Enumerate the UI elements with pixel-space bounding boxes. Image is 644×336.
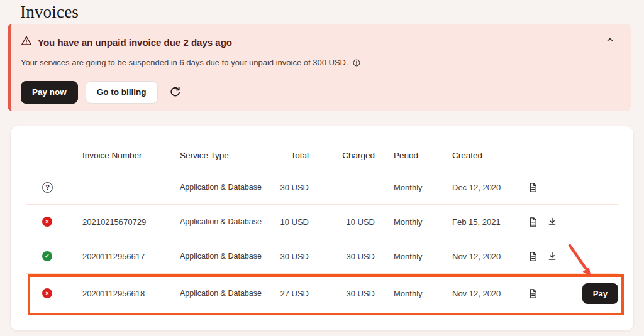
header-invoice-number: Invoice Number <box>82 151 180 160</box>
info-icon[interactable] <box>352 58 361 67</box>
period-cell: Monthly <box>375 183 441 192</box>
status-cell: × <box>26 217 82 227</box>
pay-now-button[interactable]: Pay now <box>21 81 78 104</box>
table-row: ? Application & Database 30 USD Monthly … <box>26 170 618 205</box>
total-cell: 10 USD <box>268 217 309 227</box>
total-cell: 27 USD <box>268 289 309 298</box>
alert-header: You have an unpaid invoice due 2 days ag… <box>21 35 616 49</box>
status-cell: ? <box>26 182 82 193</box>
chevron-up-icon <box>606 36 614 46</box>
refresh-icon <box>169 90 181 100</box>
created-cell: Nov 12, 2020 <box>441 252 516 261</box>
status-cell: × <box>26 288 82 298</box>
warning-triangle-icon <box>21 35 32 49</box>
pay-button[interactable]: Pay <box>582 283 618 304</box>
header-service-type: Service Type <box>180 151 268 160</box>
download-icon[interactable] <box>547 217 557 227</box>
header-period: Period <box>375 151 441 160</box>
invoice-number-cell: 20201112956617 <box>82 252 180 261</box>
row-icons <box>516 182 567 193</box>
page-title: Invoices <box>20 3 79 22</box>
charged-cell: 30 USD <box>309 252 375 261</box>
charged-cell: 10 USD <box>309 217 375 227</box>
document-icon[interactable] <box>528 182 538 193</box>
row-icons <box>516 251 567 262</box>
row-action: Pay <box>567 283 618 304</box>
alert-actions: Pay now Go to billing <box>21 81 616 104</box>
created-cell: Dec 12, 2020 <box>441 183 516 192</box>
table-row: ✓ 20201112956617 Application & Database … <box>26 239 618 274</box>
status-icon: ✓ <box>42 251 52 261</box>
service-type-cell: Application & Database <box>180 289 268 298</box>
row-icons <box>516 217 567 227</box>
status-icon: × <box>42 217 52 227</box>
unpaid-invoice-alert: You have an unpaid invoice due 2 days ag… <box>8 24 631 111</box>
invoices-table-card: Invoice Number Service Type Total Charge… <box>10 126 634 331</box>
invoice-number-cell: 20210215670729 <box>82 217 180 227</box>
header-created: Created <box>441 151 516 160</box>
service-type-cell: Application & Database <box>180 183 268 192</box>
document-icon[interactable] <box>528 217 538 227</box>
period-cell: Monthly <box>375 289 441 298</box>
table-header: Invoice Number Service Type Total Charge… <box>26 126 618 170</box>
period-cell: Monthly <box>375 252 441 261</box>
period-cell: Monthly <box>375 217 441 227</box>
total-cell: 30 USD <box>268 252 309 261</box>
collapse-alert-button[interactable] <box>603 33 617 46</box>
document-icon[interactable] <box>528 288 538 299</box>
status-icon: ? <box>42 182 53 193</box>
row-icons <box>516 288 567 299</box>
header-total: Total <box>268 151 309 160</box>
service-type-cell: Application & Database <box>180 252 268 261</box>
alert-message: Your services are going to be suspended … <box>21 58 616 67</box>
created-cell: Nov 12, 2020 <box>441 289 516 298</box>
invoices-page: Invoices You have an unpaid invoice due … <box>0 0 644 336</box>
alert-message-text: Your services are going to be suspended … <box>21 58 348 67</box>
table-body: ? Application & Database 30 USD Monthly … <box>26 170 618 313</box>
download-icon[interactable] <box>547 251 557 261</box>
created-cell: Feb 15, 2021 <box>441 217 516 227</box>
status-icon: × <box>42 288 52 298</box>
status-cell: ✓ <box>26 251 82 261</box>
charged-cell: 30 USD <box>309 289 375 298</box>
table-row: × 20210215670729 Application & Database … <box>26 205 618 239</box>
total-cell: 30 USD <box>268 183 309 192</box>
document-icon[interactable] <box>528 251 538 262</box>
service-type-cell: Application & Database <box>180 217 268 226</box>
header-charged: Charged <box>309 151 375 160</box>
go-to-billing-button[interactable]: Go to billing <box>86 81 158 104</box>
table-row: × 20201112956618 Application & Database … <box>26 274 618 313</box>
refresh-button[interactable] <box>168 85 182 99</box>
alert-title: You have an unpaid invoice due 2 days ag… <box>38 37 232 48</box>
invoice-number-cell: 20201112956618 <box>82 289 180 298</box>
